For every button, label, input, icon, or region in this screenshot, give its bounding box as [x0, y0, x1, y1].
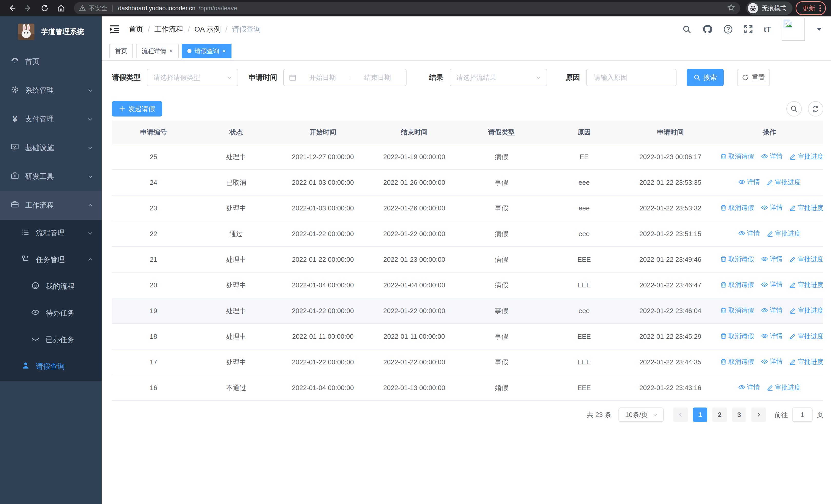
flow-tree-icon [21, 254, 30, 265]
prev-page-button[interactable] [674, 408, 688, 422]
eye-icon [761, 281, 768, 288]
trash-icon [720, 333, 727, 339]
audit-progress-link[interactable]: 审批进度 [767, 383, 801, 392]
sidebar-item-task-mgmt[interactable]: 任务管理 [0, 246, 102, 273]
chevron-down-icon[interactable] [816, 28, 822, 31]
sidebar-item-system-mgmt[interactable]: 系统管理 [0, 76, 102, 105]
sidebar-item-payment-mgmt[interactable]: ¥ 支付管理 [0, 105, 102, 134]
plus-icon [119, 106, 125, 112]
detail-link[interactable]: 详情 [761, 357, 782, 366]
detail-link[interactable]: 详情 [761, 152, 782, 160]
audit-progress-link[interactable]: 审批进度 [790, 357, 823, 366]
detail-link[interactable]: 详情 [761, 280, 782, 289]
reset-button[interactable]: 重置 [737, 69, 770, 86]
audit-progress-link[interactable]: 审批进度 [790, 306, 823, 315]
page-button-2[interactable]: 2 [712, 408, 727, 422]
github-icon[interactable] [702, 24, 712, 34]
cell-end-time: 2022-01-19 00:00:00 [369, 144, 460, 170]
detail-link[interactable]: 详情 [761, 331, 782, 340]
breadcrumb-workflow[interactable]: 工作流程 [154, 24, 183, 34]
breadcrumb-oa-example[interactable]: OA 示例 [195, 24, 221, 34]
sidebar-item-process-mgmt[interactable]: 流程管理 [0, 220, 102, 246]
cancel-leave-link[interactable]: 取消请假 [720, 152, 754, 161]
bookmark-star-icon[interactable] [727, 4, 735, 13]
reload-button[interactable] [38, 2, 51, 15]
cell-start-time: 2022-01-22 00:00:00 [277, 247, 369, 272]
detail-link[interactable]: 详情 [738, 383, 760, 391]
cancel-leave-link[interactable]: 取消请假 [720, 280, 754, 289]
close-icon[interactable]: × [222, 48, 226, 54]
sidebar-item-dev-tools[interactable]: 研发工具 [0, 162, 102, 191]
refresh-table-button[interactable] [808, 101, 823, 117]
audit-progress-link[interactable]: 审批进度 [790, 152, 823, 161]
search-button[interactable]: 搜索 [687, 69, 724, 86]
create-leave-button[interactable]: 发起请假 [112, 101, 162, 117]
update-button[interactable]: 更新 [796, 1, 826, 15]
cell-actions: 详情 审批进度 [716, 221, 823, 247]
sidebar-item-my-process[interactable]: 我的流程 [0, 273, 102, 300]
forward-button[interactable] [22, 2, 35, 15]
leave-type-select[interactable]: 请选择请假类型 [147, 69, 238, 86]
cell-actions: 详情 审批进度 [716, 375, 823, 401]
yen-icon: ¥ [10, 114, 20, 124]
cancel-leave-link[interactable]: 取消请假 [720, 255, 754, 263]
sidebar-item-home[interactable]: 首页 [0, 47, 102, 76]
home-button[interactable] [54, 2, 68, 15]
toggle-search-button[interactable] [786, 101, 802, 117]
sidebar-item-workflow[interactable]: 工作流程 [0, 191, 102, 220]
avatar[interactable] [782, 18, 805, 41]
detail-link[interactable]: 详情 [761, 306, 782, 314]
cancel-leave-link[interactable]: 取消请假 [720, 357, 754, 366]
sidebar-item-todo-tasks[interactable]: 待办任务 [0, 300, 102, 326]
leave-type-label: 请假类型 [112, 72, 141, 82]
result-select[interactable]: 请选择流结果 [450, 69, 547, 86]
page-button-3[interactable]: 3 [732, 408, 746, 422]
audit-progress-link[interactable]: 审批进度 [767, 178, 801, 186]
result-label: 结果 [429, 72, 443, 82]
browser-menu-icon[interactable] [820, 5, 821, 11]
fullscreen-icon[interactable] [744, 25, 753, 34]
tab-leave-query[interactable]: 请假查询 × [182, 44, 231, 58]
search-icon[interactable] [682, 25, 691, 34]
url-host: dashboard.yudao.iocoder.cn [118, 5, 196, 12]
sidebar-item-done-tasks[interactable]: 已办任务 [0, 326, 102, 353]
browser-toolbar: 不安全 dashboard.yudao.iocoder.cn/bpm/oa/le… [0, 0, 831, 17]
col-applied: 申请时间 [625, 121, 716, 144]
reason-input[interactable] [593, 73, 670, 82]
refresh-icon [812, 105, 819, 112]
url-bar[interactable]: 不安全 dashboard.yudao.iocoder.cn/bpm/oa/le… [74, 2, 740, 14]
page-button-1[interactable]: 1 [693, 408, 707, 422]
sidebar-item-leave-query[interactable]: 请假查询 [0, 353, 102, 380]
detail-link[interactable]: 详情 [761, 255, 782, 263]
detail-link[interactable]: 详情 [738, 178, 760, 186]
detail-link[interactable]: 详情 [761, 203, 782, 212]
goto-page-input[interactable] [792, 408, 812, 422]
collapse-sidebar-icon[interactable] [110, 25, 120, 33]
page-size-select[interactable]: 10条/页 [619, 408, 664, 422]
tab-process-detail[interactable]: 流程详情 × [136, 44, 179, 58]
tab-home[interactable]: 首页 [109, 44, 133, 58]
chevron-down-icon [87, 230, 93, 236]
audit-progress-link[interactable]: 审批进度 [790, 332, 823, 340]
audit-progress-link[interactable]: 审批进度 [790, 255, 823, 263]
back-button[interactable] [5, 2, 19, 15]
close-icon[interactable]: × [169, 48, 173, 54]
cancel-leave-link[interactable]: 取消请假 [720, 306, 754, 315]
breadcrumb-home[interactable]: 首页 [129, 24, 143, 34]
cell-apply-time: 2022-01-22 23:44:35 [625, 349, 716, 375]
sidebar-item-infrastructure[interactable]: 基础设施 [0, 134, 102, 162]
detail-link[interactable]: 详情 [738, 229, 760, 237]
cancel-leave-link[interactable]: 取消请假 [720, 204, 754, 212]
cell-apply-time: 2022-01-23 00:06:17 [625, 144, 716, 170]
audit-progress-link[interactable]: 审批进度 [790, 280, 823, 289]
help-icon[interactable] [723, 24, 733, 34]
cancel-leave-link[interactable]: 取消请假 [720, 332, 754, 340]
apply-time-range-picker[interactable]: 开始日期 - 结束日期 [283, 69, 406, 86]
audit-progress-link[interactable]: 审批进度 [767, 229, 801, 238]
audit-progress-link[interactable]: 审批进度 [790, 204, 823, 212]
next-page-button[interactable] [751, 408, 766, 422]
font-size-icon[interactable]: tT [764, 25, 771, 34]
cell-status: 通过 [195, 221, 277, 247]
cell-actions: 取消请假 详情 审批进度 [716, 247, 823, 272]
security-label: 不安全 [89, 4, 107, 12]
